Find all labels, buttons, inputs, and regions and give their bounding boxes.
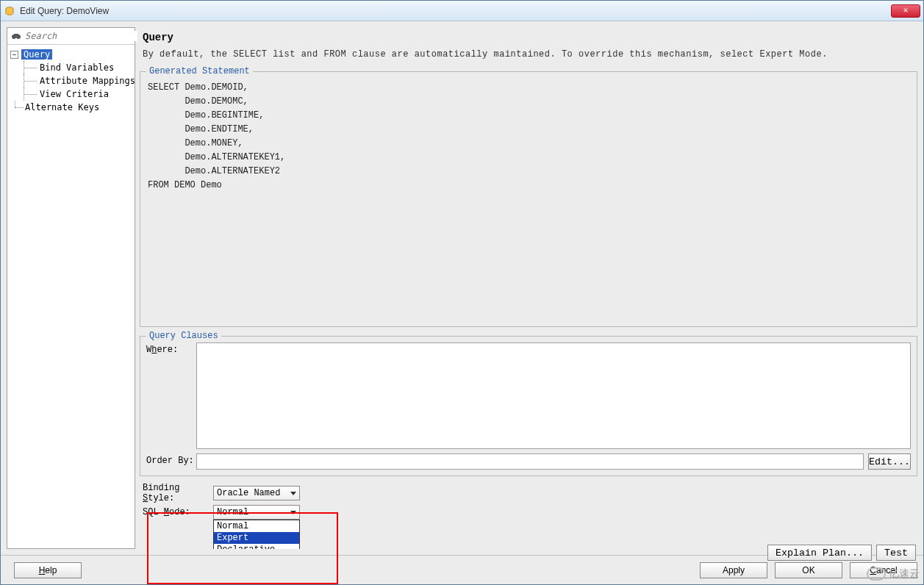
generated-statement-group: Generated Statement SELECT Demo.DEMOID, …	[140, 71, 917, 327]
help-button[interactable]: Help	[14, 562, 82, 578]
watermark: 亿速云	[867, 567, 920, 581]
dialog-window: Edit Query: DemoView ✕ − Query Bind Vari…	[0, 0, 924, 585]
collapse-icon[interactable]: −	[10, 51, 18, 59]
ok-button[interactable]: OK	[775, 562, 842, 578]
navigator-pane: − Query Bind Variables Attribute Mapping…	[7, 27, 135, 549]
search-row	[7, 28, 135, 45]
sql-mode-label: SQL Mode:	[143, 507, 213, 517]
page-description: By default, the SELECT list and FROM cla…	[140, 49, 917, 67]
editor-pane: Query By default, the SELECT list and FR…	[140, 27, 917, 549]
where-label: Where:	[146, 342, 196, 355]
orderby-label: Order By:	[146, 453, 196, 466]
search-input[interactable]	[25, 31, 137, 41]
nav-tree: − Query Bind Variables Attribute Mapping…	[7, 45, 135, 117]
clauses-legend: Query Clauses	[146, 331, 221, 341]
edit-button[interactable]: Edit...	[868, 453, 911, 470]
app-icon	[4, 5, 15, 17]
sql-mode-option-expert[interactable]: Expert	[214, 532, 299, 544]
chevron-down-icon	[290, 511, 296, 514]
sql-mode-dropdown: Normal Expert Declarative	[213, 520, 300, 549]
sql-mode-combo[interactable]: Normal Normal Expert Declarative	[213, 505, 300, 520]
binding-style-label: Binding Style:	[143, 483, 213, 503]
test-button[interactable]: Test	[876, 545, 916, 561]
content-area: − Query Bind Variables Attribute Mapping…	[1, 21, 923, 555]
binding-style-row: Binding Style: Oracle Named	[143, 485, 914, 501]
plan-test-actions: Explain Plan... Test	[767, 545, 916, 561]
chevron-down-icon	[290, 492, 296, 495]
orderby-row: Order By: Edit...	[146, 453, 911, 470]
tree-label: Query	[21, 49, 52, 60]
orderby-input[interactable]	[196, 453, 864, 470]
titlebar: Edit Query: DemoView ✕	[1, 1, 923, 21]
tree-node-view-criteria[interactable]: View Criteria	[9, 87, 133, 101]
binoculars-icon	[10, 30, 22, 42]
where-input[interactable]	[196, 342, 911, 449]
query-clauses-group: Query Clauses Where: Order By: Edit...	[140, 336, 917, 476]
svg-rect-3	[14, 34, 18, 36]
sql-mode-row: SQL Mode: Normal Normal Expert Declarati…	[143, 504, 914, 520]
binding-style-combo[interactable]: Oracle Named	[213, 486, 300, 500]
sql-mode-option-normal[interactable]: Normal	[214, 520, 299, 532]
cloud-icon	[867, 567, 886, 581]
generated-legend: Generated Statement	[146, 66, 253, 76]
tree-node-bind-variables[interactable]: Bind Variables	[9, 61, 133, 74]
apply-button[interactable]: Apply	[700, 562, 767, 578]
close-button[interactable]: ✕	[891, 4, 920, 18]
sql-mode-option-declarative[interactable]: Declarative	[214, 544, 299, 549]
window-title: Edit Query: DemoView	[20, 6, 891, 16]
bottom-options: Binding Style: Oracle Named SQL Mode: No…	[140, 481, 917, 522]
page-title: Query	[140, 27, 917, 49]
tree-node-attribute-mappings[interactable]: Attribute Mappings	[9, 74, 133, 87]
tree-node-query[interactable]: − Query	[9, 48, 133, 61]
generated-sql: SELECT Demo.DEMOID, Demo.DEMOMC, Demo.BE…	[146, 78, 911, 320]
where-row: Where:	[146, 342, 911, 449]
tree-node-alternate-keys[interactable]: Alternate Keys	[9, 101, 133, 114]
explain-plan-button[interactable]: Explain Plan...	[767, 545, 872, 561]
